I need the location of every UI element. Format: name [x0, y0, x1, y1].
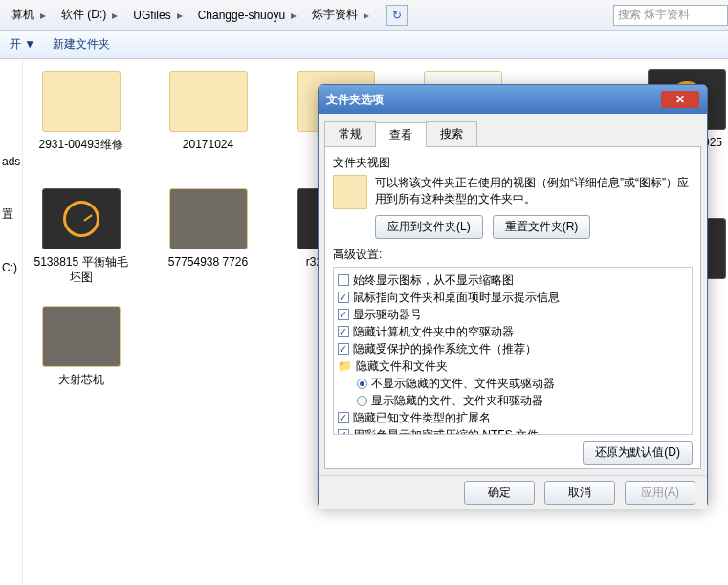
- file-item[interactable]: 5138815 平衡轴毛坯图: [31, 188, 131, 285]
- folder-options-dialog: 文件夹选项 ✕ 常规 查看 搜索 文件夹视图 可以将该文件夹正在使用的视图（例如…: [318, 84, 708, 505]
- view-panel: 文件夹视图 可以将该文件夹正在使用的视图（例如“详细信息”或“图标”）应用到所有…: [324, 146, 701, 469]
- adv-label: 用彩色显示加密或压缩的 NTFS 文件: [353, 426, 539, 435]
- breadcrumb[interactable]: UGfiles▸: [125, 5, 189, 26]
- adv-row[interactable]: 鼠标指向文件夹和桌面项时显示提示信息: [336, 289, 690, 306]
- checkbox-icon: [338, 326, 349, 337]
- reset-folders-button[interactable]: 重置文件夹(R): [493, 215, 591, 239]
- file-item[interactable]: 57754938 7726: [158, 188, 258, 285]
- adv-row[interactable]: 显示隐藏的文件、文件夹和驱动器: [336, 392, 690, 409]
- adv-row[interactable]: 隐藏受保护的操作系统文件（推荐）: [336, 340, 690, 358]
- file-caption: 20171024: [183, 138, 233, 153]
- file-caption: 57754938 7726: [168, 255, 248, 271]
- file-thumbnail: [169, 71, 248, 132]
- dialog-footer: 确定 取消 应用(A): [319, 475, 707, 509]
- advanced-header: 高级设置:: [333, 247, 693, 263]
- new-folder-button[interactable]: 新建文件夹: [53, 36, 110, 53]
- adv-label: 隐藏文件和文件夹: [356, 358, 448, 375]
- address-bar: 算机▸ 软件 (D:)▸ UGfiles▸ Changge-shuoyu▸ 烁宇…: [0, 0, 728, 31]
- adv-label: 显示隐藏的文件、文件夹和驱动器: [371, 392, 543, 409]
- radio-icon: [357, 396, 367, 406]
- checkbox-icon: [338, 429, 349, 435]
- adv-row[interactable]: 隐藏计算机文件夹中的空驱动器: [336, 323, 690, 340]
- checkbox-icon: [338, 309, 349, 320]
- apply-button[interactable]: 应用(A): [625, 481, 695, 505]
- folderview-header: 文件夹视图: [333, 155, 693, 171]
- checkbox-icon: [338, 292, 349, 303]
- adv-label: 鼠标指向文件夹和桌面项时显示提示信息: [353, 289, 560, 306]
- open-dropdown[interactable]: 开 ▼: [10, 36, 35, 53]
- dialog-titlebar[interactable]: 文件夹选项 ✕: [319, 85, 707, 114]
- breadcrumb[interactable]: 烁宇资料▸: [304, 3, 377, 27]
- adv-row[interactable]: 📁隐藏文件和文件夹: [336, 358, 690, 375]
- adv-row[interactable]: 始终显示图标，从不显示缩略图: [336, 271, 690, 289]
- folderview-text: 可以将该文件夹正在使用的视图（例如“详细信息”或“图标”）应用到所有这种类型的文…: [375, 175, 693, 209]
- file-thumbnail: [42, 188, 121, 249]
- folder-icon: 📁: [338, 358, 352, 375]
- folderview-icon: [333, 175, 367, 209]
- nav-sidebar: ads 置 C:): [0, 59, 23, 585]
- adv-label: 显示驱动器号: [353, 306, 422, 323]
- file-item[interactable]: 2931-00493维修: [31, 71, 131, 167]
- file-item[interactable]: 20171024: [158, 71, 258, 167]
- adv-label: 隐藏受保护的操作系统文件（推荐）: [353, 340, 537, 358]
- breadcrumb[interactable]: Changge-shuoyu▸: [190, 5, 304, 26]
- sidebar-item-label[interactable]: 置: [2, 206, 20, 223]
- adv-row[interactable]: 隐藏已知文件类型的扩展名: [336, 409, 690, 426]
- file-caption: 大射芯机: [58, 373, 104, 388]
- close-button[interactable]: ✕: [661, 91, 699, 108]
- sidebar-item-label[interactable]: C:): [2, 261, 20, 274]
- breadcrumb[interactable]: 算机▸: [4, 3, 54, 27]
- checkbox-icon: [338, 274, 349, 286]
- tab-search[interactable]: 搜索: [426, 121, 477, 146]
- adv-row[interactable]: 不显示隐藏的文件、文件夹或驱动器: [336, 375, 690, 392]
- file-caption: 5138815 平衡轴毛坯图: [31, 255, 131, 285]
- ok-button[interactable]: 确定: [464, 481, 535, 505]
- file-caption: 2931-00493维修: [38, 138, 122, 153]
- tab-view[interactable]: 查看: [375, 122, 427, 147]
- adv-label: 不显示隐藏的文件、文件夹或驱动器: [371, 375, 555, 392]
- adv-label: 隐藏计算机文件夹中的空驱动器: [353, 323, 514, 340]
- file-thumbnail: [42, 71, 121, 132]
- cancel-button[interactable]: 取消: [544, 481, 615, 505]
- search-input[interactable]: 搜索 烁宇资料: [613, 5, 728, 26]
- checkbox-icon: [338, 343, 349, 355]
- tab-general[interactable]: 常规: [324, 121, 376, 146]
- explorer-toolbar: 开 ▼ 新建文件夹: [0, 31, 728, 59]
- checkbox-icon: [338, 412, 349, 423]
- file-item[interactable]: 大射芯机: [31, 306, 131, 388]
- breadcrumb[interactable]: 软件 (D:)▸: [54, 3, 125, 27]
- file-thumbnail: [42, 306, 121, 367]
- apply-to-folders-button[interactable]: 应用到文件夹(L): [375, 215, 483, 239]
- file-thumbnail: [169, 188, 248, 249]
- radio-icon: [357, 379, 367, 389]
- dialog-title: 文件夹选项: [326, 92, 384, 108]
- tab-strip: 常规 查看 搜索: [324, 121, 701, 146]
- adv-label: 始终显示图标，从不显示缩略图: [353, 271, 514, 289]
- adv-label: 隐藏已知文件类型的扩展名: [353, 409, 491, 426]
- advanced-settings-list[interactable]: 始终显示图标，从不显示缩略图鼠标指向文件夹和桌面项时显示提示信息显示驱动器号隐藏…: [333, 267, 693, 435]
- sidebar-item-label[interactable]: ads: [2, 155, 20, 168]
- refresh-button[interactable]: ↻: [386, 5, 408, 26]
- adv-row[interactable]: 显示驱动器号: [336, 306, 690, 323]
- restore-defaults-button[interactable]: 还原为默认值(D): [583, 441, 693, 465]
- adv-row[interactable]: 用彩色显示加密或压缩的 NTFS 文件: [336, 426, 690, 435]
